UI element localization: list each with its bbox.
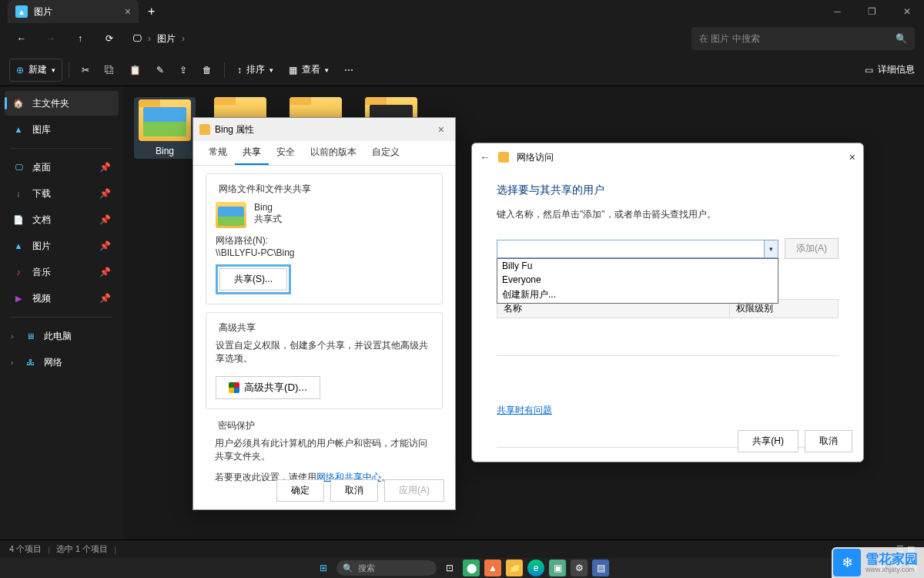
- more-button[interactable]: ⋯: [338, 59, 360, 82]
- sidebar-label: 桌面: [32, 161, 51, 174]
- minimize-button[interactable]: ─: [820, 0, 855, 23]
- task-view-icon[interactable]: ⊡: [441, 560, 458, 576]
- toolbar: ⊕ 新建 ▾ ✂ ⿻ 📋 ✎ ⇪ 🗑 ↕ 排序 ▾ ▦ 查看 ▾ ⋯ ▭ 详细信…: [0, 54, 924, 86]
- share-button[interactable]: 共享(S)...: [219, 268, 287, 291]
- trash-icon: 🗑: [203, 65, 212, 76]
- taskbar-app[interactable]: ⬤: [463, 560, 480, 576]
- pictures-tab-icon: ▲: [15, 5, 28, 18]
- dropdown-option[interactable]: Billy Fu: [497, 259, 778, 273]
- cancel-button[interactable]: 取消: [805, 430, 852, 452]
- gallery-icon: ▲: [12, 123, 25, 136]
- tab-close-icon[interactable]: ×: [125, 5, 131, 18]
- sidebar-item-videos[interactable]: ▶视频📌: [5, 286, 119, 311]
- dropdown-option[interactable]: Everyone: [497, 273, 778, 287]
- group-title: 高级共享: [216, 321, 259, 334]
- music-icon: ♪: [12, 266, 25, 278]
- share-button[interactable]: ⇪: [173, 59, 193, 82]
- breadcrumb-item[interactable]: 图片: [157, 32, 176, 45]
- plus-icon: ⊕: [16, 65, 24, 76]
- advanced-share-group: 高级共享 设置自定义权限，创建多个共享，并设置其他高级共享选项。 高级共享(D)…: [206, 312, 443, 409]
- ok-button[interactable]: 确定: [276, 479, 324, 502]
- forward-button[interactable]: →: [38, 26, 63, 51]
- new-tab-button[interactable]: +: [139, 5, 164, 18]
- new-button[interactable]: ⊕ 新建 ▾: [9, 59, 62, 82]
- back-icon[interactable]: ←: [480, 151, 490, 163]
- dialog-titlebar[interactable]: Bing 属性 ×: [193, 118, 455, 141]
- sort-button[interactable]: ↕ 排序 ▾: [231, 59, 280, 82]
- taskbar-explorer[interactable]: 📁: [506, 560, 523, 576]
- separator: [11, 317, 112, 318]
- sidebar-item-downloads[interactable]: ↓下载📌: [5, 181, 119, 206]
- dialog-footer: 确定 取消 应用(A): [276, 479, 444, 502]
- password-group: 密码保护 用户必须具有此计算机的用户帐户和密码，才能访问共享文件夹。 若要更改此…: [206, 417, 443, 487]
- taskbar-app[interactable]: ▤: [592, 560, 609, 576]
- user-combobox[interactable]: ▾ Billy Fu Everyone 创建新用户...: [497, 240, 778, 258]
- paste-button[interactable]: 📋: [123, 59, 147, 82]
- view-button[interactable]: ▦ 查看 ▾: [283, 59, 335, 82]
- taskbar-edge[interactable]: e: [527, 560, 544, 576]
- chevron-right-icon: ›: [182, 33, 185, 44]
- dialog-title: 网络访问: [517, 151, 554, 164]
- item-count: 4 个项目: [9, 543, 42, 555]
- delete-button[interactable]: 🗑: [196, 59, 218, 82]
- separator: |: [114, 545, 116, 554]
- taskbar-settings[interactable]: ⚙: [571, 560, 588, 576]
- copy-button[interactable]: ⿻: [99, 59, 120, 82]
- details-icon: ▭: [865, 65, 873, 76]
- paste-icon: 📋: [129, 65, 141, 76]
- close-button[interactable]: ✕: [889, 0, 924, 23]
- sidebar-label: 此电脑: [44, 330, 72, 343]
- share-button-highlight: 共享(S)...: [216, 264, 291, 294]
- sidebar-item-thispc[interactable]: ›🖥此电脑: [5, 324, 119, 348]
- dropdown-option[interactable]: 创建新用户...: [497, 287, 778, 303]
- sidebar-item-desktop[interactable]: 🖵桌面📌: [5, 155, 119, 180]
- advanced-share-button[interactable]: 高级共享(D)...: [216, 376, 320, 399]
- refresh-button[interactable]: ⟳: [97, 26, 122, 51]
- maximize-button[interactable]: ❐: [855, 0, 889, 23]
- user-input-row: ▾ Billy Fu Everyone 创建新用户... 添加(A): [497, 238, 839, 259]
- taskbar-app[interactable]: ▲: [484, 560, 501, 576]
- dialog-titlebar[interactable]: ← 网络访问 ×: [472, 143, 863, 171]
- cancel-button[interactable]: 取消: [330, 479, 378, 502]
- close-icon[interactable]: ×: [434, 123, 449, 136]
- view-icon: ▦: [289, 65, 297, 76]
- tab-custom[interactable]: 自定义: [364, 141, 407, 165]
- details-pane-button[interactable]: ▭ 详细信息: [865, 63, 915, 76]
- tab-versions[interactable]: 以前的版本: [303, 141, 364, 165]
- start-button[interactable]: ⊞: [315, 560, 332, 576]
- tab-share[interactable]: 共享: [235, 141, 269, 165]
- search-box[interactable]: 在 图片 中搜索 🔍: [691, 27, 915, 50]
- chevron-down-icon[interactable]: ▾: [764, 240, 778, 257]
- sidebar-item-home[interactable]: 🏠主文件夹: [5, 91, 119, 116]
- dialog-footer: 共享(H) 取消: [727, 430, 863, 452]
- share-icon: ⇪: [179, 65, 187, 76]
- sidebar-item-network[interactable]: ›🖧网络: [5, 350, 119, 375]
- help-link[interactable]: 共享时有问题: [497, 404, 552, 417]
- share-confirm-button[interactable]: 共享(H): [738, 430, 798, 452]
- watermark-text: 雪花家园: [865, 553, 918, 566]
- taskbar-app[interactable]: ▣: [549, 560, 566, 576]
- back-button[interactable]: ←: [9, 26, 34, 51]
- taskbar-search[interactable]: 🔍搜索: [336, 560, 437, 576]
- status-bar: 4 个项目 | 选中 1 个项目 | ☰ ▦: [0, 539, 924, 558]
- user-input[interactable]: [497, 240, 764, 257]
- up-button[interactable]: ↑: [68, 26, 92, 51]
- btn-label: 高级共享(D)...: [244, 381, 307, 395]
- tab-security[interactable]: 安全: [269, 141, 303, 165]
- cut-button[interactable]: ✂: [75, 59, 95, 82]
- sidebar-item-pictures[interactable]: ▲图片📌: [5, 234, 119, 258]
- apply-button[interactable]: 应用(A): [384, 479, 444, 502]
- sidebar-item-music[interactable]: ♪音乐📌: [5, 260, 119, 284]
- sidebar-item-documents[interactable]: 📄文档📌: [5, 207, 119, 232]
- sidebar-item-gallery[interactable]: ▲图库: [5, 117, 119, 142]
- network-access-dialog: ← 网络访问 × 选择要与其共享的用户 键入名称，然后单击"添加"，或者单击箭头…: [471, 143, 864, 462]
- tab-general[interactable]: 常规: [201, 141, 235, 165]
- dialog-tabs: 常规 共享 安全 以前的版本 自定义: [193, 141, 455, 166]
- rename-button[interactable]: ✎: [150, 59, 170, 82]
- pin-icon: 📌: [99, 240, 111, 251]
- close-icon[interactable]: ×: [849, 151, 855, 163]
- breadcrumb[interactable]: 🖵 › 图片 ›: [126, 32, 191, 45]
- folder-bing[interactable]: Bing: [134, 97, 196, 159]
- add-button[interactable]: 添加(A): [785, 238, 839, 259]
- window-tab[interactable]: ▲ 图片 ×: [8, 0, 139, 23]
